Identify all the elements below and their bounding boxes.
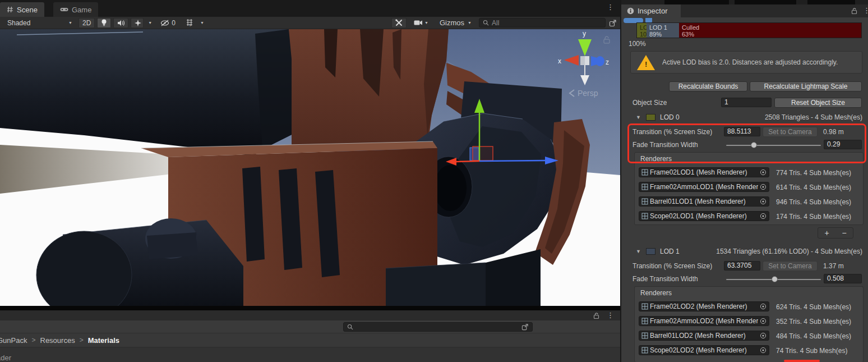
gizmo-x-axis[interactable] xyxy=(456,161,479,162)
culled-segment[interactable]: Culled 63% xyxy=(679,23,861,38)
lod0-renderer-field-0[interactable]: Frame02LOD1 (Mesh Renderer) xyxy=(639,167,769,177)
culled-segment-percent: 63% xyxy=(682,31,861,38)
tab-game[interactable]: Game xyxy=(53,2,98,17)
tab-scene[interactable]: Scene xyxy=(0,2,44,17)
maximize-popout-icon[interactable] xyxy=(609,19,617,27)
lod-range-bar[interactable]: LOD 0 100% LOD 1 89% Culled 63% xyxy=(636,22,862,38)
effects-toggle-button[interactable] xyxy=(131,18,144,28)
effects-star-icon xyxy=(135,20,141,26)
gizmo-z-axis[interactable] xyxy=(479,161,545,161)
scene-search-input[interactable]: All xyxy=(479,18,606,28)
lod0-segment-label: LOD 0 xyxy=(640,24,647,31)
gamepad-icon xyxy=(60,7,68,12)
lod0-transition-input[interactable]: 88.5113 xyxy=(724,127,760,136)
inspector-lock-icon[interactable] xyxy=(851,7,857,15)
lod1-title[interactable]: LOD 1 xyxy=(660,248,680,255)
recalculate-bounds-button[interactable]: Recalculate Bounds xyxy=(669,81,747,91)
lod0-fade-input[interactable]: 0.29 xyxy=(824,140,862,149)
lighting-toggle-button[interactable] xyxy=(97,18,111,28)
effects-dropdown[interactable]: ▼ xyxy=(146,18,154,28)
lod1-foldout-icon[interactable]: ▼ xyxy=(636,249,641,254)
camera-settings-dropdown[interactable]: ▼ xyxy=(410,18,432,28)
object-size-input[interactable]: 1 xyxy=(721,98,772,107)
mesh-renderer-icon xyxy=(641,318,648,324)
lod1-set-to-camera-button[interactable]: Set to Camera xyxy=(763,261,818,271)
grid-visibility-button[interactable]: Y xyxy=(182,18,196,28)
breadcrumb-root[interactable]: GunPack xyxy=(0,336,27,345)
recalculate-lightmap-button[interactable]: Recalculate Lightmap Scale xyxy=(750,81,862,91)
warning-icon: ! xyxy=(637,55,655,71)
lod0-segment[interactable]: LOD 0 100% xyxy=(637,23,647,38)
object-picker-icon[interactable] xyxy=(760,303,767,310)
lod1-color-swatch xyxy=(646,248,655,255)
tab-inspector[interactable]: Inspector xyxy=(621,4,681,17)
lod1-renderer-field-3[interactable]: Scope02LOD2 (Mesh Renderer) xyxy=(639,345,769,355)
lod1-fade-input[interactable]: 0.508 xyxy=(824,274,862,283)
object-picker-icon[interactable] xyxy=(760,198,767,205)
renderer-name: Scope02LOD1 (Mesh Renderer) xyxy=(650,212,758,220)
annotation-fragment xyxy=(784,360,820,362)
gizmo-plane-handle-red[interactable] xyxy=(473,146,493,161)
lod-bias-warning: ! Active LOD bias is 2.0. Distances are … xyxy=(630,51,862,74)
lod0-fade-slider[interactable] xyxy=(726,145,821,146)
lod0-renderer-field-3[interactable]: Scope02LOD1 (Mesh Renderer) xyxy=(639,211,769,221)
2d-toggle-button[interactable]: 2D xyxy=(79,18,95,28)
object-picker-icon[interactable] xyxy=(760,213,767,219)
lod0-fade-label: Fade Transition Width xyxy=(632,141,698,149)
lod1-renderer-field-1[interactable]: Frame02AmmoLOD2 (Mesh Renderer) xyxy=(639,316,769,326)
scene-kebab-menu-icon[interactable]: ⋮ xyxy=(607,3,614,11)
breadcrumb-mid[interactable]: Resources xyxy=(40,336,75,345)
inspector-kebab-menu-icon[interactable]: ⋮ xyxy=(863,6,868,15)
renderer-name: Barrel01LOD2 (Mesh Renderer) xyxy=(650,332,758,340)
lod0-fade-slider-handle[interactable] xyxy=(751,142,757,148)
lod0-title[interactable]: LOD 0 xyxy=(660,113,680,121)
object-picker-icon[interactable] xyxy=(760,318,767,324)
project-search-input[interactable] xyxy=(343,322,533,332)
axis-x-label: x xyxy=(558,57,561,65)
tools-settings-button[interactable] xyxy=(391,18,407,28)
object-picker-icon[interactable] xyxy=(760,332,767,339)
renderer-stats: 614 Tris. 4 Sub Mesh(es) xyxy=(776,184,861,191)
svg-text:Y: Y xyxy=(189,24,191,26)
lod0-renderer-field-2[interactable]: Barrel01LOD1 (Mesh Renderer) xyxy=(639,196,769,207)
scene-tabbar: Scene Game ⋮ xyxy=(0,0,620,17)
reset-object-size-button[interactable]: Reset Object Size xyxy=(774,98,862,108)
project-lock-icon[interactable] xyxy=(593,312,599,319)
gizmos-label: Gizmos xyxy=(440,19,464,27)
renderer-name: Scope02LOD2 (Mesh Renderer) xyxy=(650,346,758,354)
breadcrumb-current[interactable]: Materials xyxy=(88,336,119,345)
object-picker-icon[interactable] xyxy=(760,347,767,354)
wrench-screwdriver-icon xyxy=(395,19,403,26)
lod1-renderer-field-2[interactable]: Barrel01LOD2 (Mesh Renderer) xyxy=(639,331,769,341)
mesh-renderer-icon xyxy=(641,347,648,354)
scene-3d-viewport[interactable]: y x z Persp xyxy=(0,29,620,310)
lod1-transition-input[interactable]: 63.3705 xyxy=(724,261,760,271)
inspector-tabbar: Inspector ⋮ xyxy=(621,4,868,17)
renderer-stats: 174 Tris. 4 Sub Mesh(es) xyxy=(776,213,861,221)
object-picker-icon[interactable] xyxy=(760,184,767,190)
shading-mode-dropdown[interactable]: Shaded ▼ xyxy=(3,18,76,28)
lod0-set-to-camera-button[interactable]: Set to Camera xyxy=(763,127,818,137)
mesh-renderer-icon xyxy=(641,303,648,310)
add-renderer-button[interactable]: + xyxy=(824,228,829,238)
lod1-fade-slider-handle[interactable] xyxy=(772,276,778,282)
lod1-renderer-field-0[interactable]: Frame02LOD2 (Mesh Renderer) xyxy=(639,301,769,311)
lod0-foldout-icon[interactable]: ▼ xyxy=(636,114,641,120)
camera-icon xyxy=(414,20,423,26)
grid-axis-dropdown[interactable]: ▼ xyxy=(198,18,206,28)
project-kebab-menu-icon[interactable]: ⋮ xyxy=(607,311,614,319)
lod0-stats: 2508 Triangles - 4 Sub Mesh(es) xyxy=(765,113,862,121)
lod0-renderers-box: Renderers Frame02LOD1 (Mesh Renderer) 77… xyxy=(634,152,864,225)
unity-editor-window: Scene Game ⋮ Shaded ▼ 2D ▼ 0 Y ▼ xyxy=(0,0,868,362)
lod1-fade-slider[interactable] xyxy=(726,279,821,280)
object-picker-icon[interactable] xyxy=(760,169,767,176)
scene-visibility-button[interactable]: 0 xyxy=(156,18,179,28)
remove-renderer-button[interactable]: − xyxy=(842,228,846,238)
audio-toggle-button[interactable] xyxy=(113,18,128,28)
gizmos-dropdown[interactable]: Gizmos ▼ xyxy=(436,18,475,28)
lod0-renderer-field-1[interactable]: Frame02AmmoLOD1 (Mesh Renderer) xyxy=(639,182,769,192)
lod1-segment[interactable]: LOD 1 89% xyxy=(647,23,679,38)
axis-y-label: y xyxy=(583,30,586,38)
lod-zoom-label: 100% xyxy=(629,40,646,48)
search-popout-icon[interactable] xyxy=(521,323,529,331)
